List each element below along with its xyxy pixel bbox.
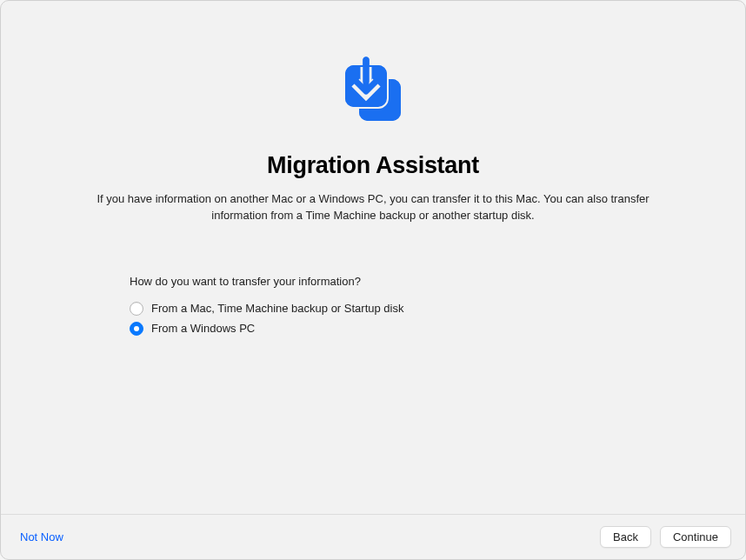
transfer-question: How do you want to transfer your informa…: [130, 275, 616, 288]
page-title: Migration Assistant: [267, 152, 479, 179]
footer-bar: Not Now Back Continue: [1, 514, 745, 559]
main-content: Migration Assistant If you have informat…: [1, 1, 745, 514]
migration-icon: [333, 53, 413, 137]
continue-button[interactable]: Continue: [660, 526, 731, 548]
not-now-link[interactable]: Not Now: [20, 530, 63, 543]
option-label: From a Mac, Time Machine backup or Start…: [151, 302, 403, 315]
footer-buttons: Back Continue: [600, 526, 731, 548]
transfer-form: How do you want to transfer your informa…: [130, 275, 616, 336]
back-button[interactable]: Back: [600, 526, 651, 548]
radio-icon: [130, 302, 143, 316]
option-from-mac[interactable]: From a Mac, Time Machine backup or Start…: [130, 302, 616, 316]
option-label: From a Windows PC: [151, 322, 255, 335]
option-from-windows[interactable]: From a Windows PC: [130, 322, 616, 336]
page-description: If you have information on another Mac o…: [90, 191, 656, 224]
migration-assistant-window: Migration Assistant If you have informat…: [0, 0, 746, 560]
transfer-options: From a Mac, Time Machine backup or Start…: [130, 302, 616, 336]
radio-icon: [130, 322, 143, 336]
